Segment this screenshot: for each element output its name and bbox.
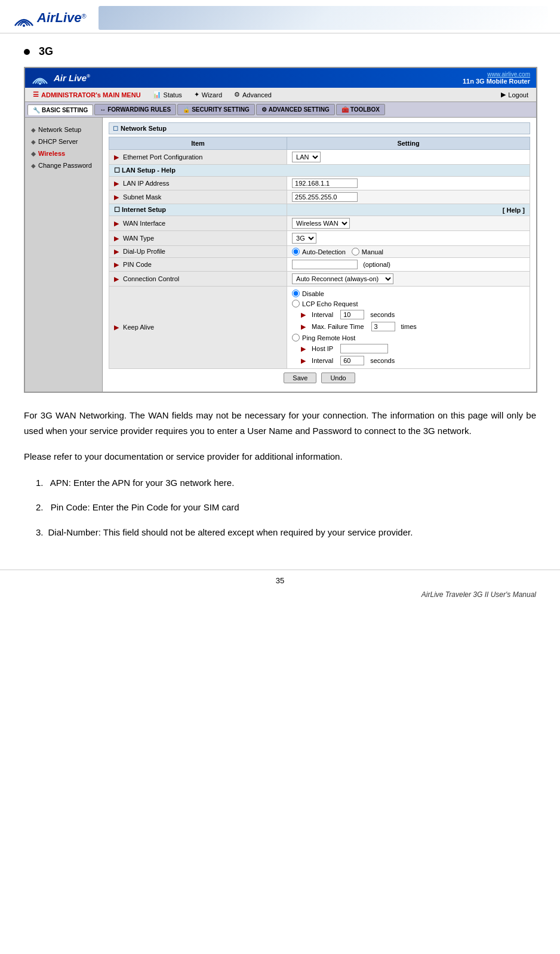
sidebar-item-dhcp-server[interactable]: ◆ DHCP Server — [30, 136, 97, 147]
nav-advanced[interactable]: ⚙ Advanced — [231, 90, 275, 100]
router-logo-area: Air Live® — [31, 70, 90, 85]
row-label-subnet: ▶ Subnet Mask — [109, 190, 287, 204]
page-header: AirLive® — [0, 0, 560, 33]
arrow-icon-dialup: ▶ — [114, 248, 119, 255]
pin-code-input[interactable] — [292, 260, 358, 269]
radio-lcp[interactable]: LCP Echo Request — [292, 300, 358, 307]
host-interval-label: Interval — [312, 357, 333, 364]
nav-logout[interactable]: ▶ Logout — [498, 90, 531, 100]
radio-auto-label: Auto-Detection — [302, 248, 346, 256]
interval-input[interactable] — [340, 310, 364, 319]
arrow-icon-keep-alive: ▶ — [114, 324, 119, 331]
sidebar-label-dhcp: DHCP Server — [38, 138, 78, 145]
save-button[interactable]: Save — [284, 373, 316, 383]
arrow-host-ip: ▶ — [301, 345, 306, 353]
security-label: SECURITY SETTING — [192, 106, 250, 113]
eth-port-select[interactable]: LAN — [292, 152, 321, 162]
host-interval-input[interactable] — [340, 356, 364, 365]
nav-admin-menu[interactable]: ☰ ADMINISTRATOR's MAIN MENU — [30, 90, 144, 100]
row-value-wan-type: 3G — [287, 231, 530, 246]
logout-label: Logout — [508, 91, 528, 99]
keep-alive-disable-row: Disable — [292, 288, 525, 298]
page-number: 35 — [276, 576, 284, 585]
wizard-label: Wizard — [202, 91, 222, 99]
subsection-internet-help: [ Help ] — [287, 204, 530, 216]
host-interval-row: ▶ Interval seconds — [301, 355, 525, 367]
logo-air-text: Air — [37, 10, 56, 25]
router-top-bar: Air Live® www.airlive.com 11n 3G Mobile … — [25, 68, 536, 88]
radio-disable-input[interactable] — [292, 290, 300, 297]
menu-icon: ☰ — [33, 91, 39, 99]
undo-button[interactable]: Undo — [321, 373, 355, 383]
radio-ping-input[interactable] — [292, 334, 300, 341]
security-icon: 🔒 — [183, 106, 190, 113]
toolbox-icon: 🧰 — [341, 106, 349, 113]
lan-ip-input[interactable] — [292, 179, 358, 188]
radio-auto-input[interactable] — [292, 248, 300, 256]
row-label-wan-interface: ▶ WAN Interface — [109, 216, 287, 231]
table-row: ▶ Connection Control Auto Reconnect (alw… — [109, 272, 530, 287]
pin-optional-label: (optional) — [363, 261, 390, 268]
subnav-toolbox[interactable]: 🧰 TOOLBOX — [336, 104, 385, 115]
row-value-wan-interface: Wireless WAN — [287, 216, 530, 231]
logo-area: AirLive® — [12, 8, 87, 29]
radio-auto-detection[interactable]: Auto-Detection — [292, 248, 346, 256]
sidebar-dot-2: ◆ — [31, 139, 36, 145]
interval-label: Interval — [312, 311, 333, 318]
help-link[interactable]: [ Help ] — [503, 207, 525, 214]
numbered-list: 1. APN: Enter the APN for your 3G networ… — [36, 475, 536, 540]
forwarding-label: FORWARDING RULES — [107, 106, 171, 113]
interval-unit: seconds — [370, 311, 395, 318]
router-ui-screenshot: Air Live® www.airlive.com 11n 3G Mobile … — [24, 67, 537, 393]
radio-ping[interactable]: Ping Remote Host — [292, 334, 355, 341]
row-value-keep-alive: Disable LCP Echo Request — [287, 287, 530, 369]
router-logo-icon — [31, 70, 49, 85]
max-fail-input[interactable] — [371, 322, 395, 331]
arrow-icon-eth: ▶ — [114, 153, 119, 161]
list-text-1: APN: Enter the APN for your 3G network h… — [50, 478, 234, 488]
list-item-2: 2. Pin Code: Enter the Pin Code for your… — [36, 500, 536, 515]
row-value-eth: LAN — [287, 150, 530, 165]
subnav-basic-setting[interactable]: 🔧 BASIC SETTING — [27, 104, 93, 115]
wan-interface-select[interactable]: Wireless WAN — [292, 218, 350, 229]
radio-manual-label: Manual — [362, 248, 383, 256]
subnet-mask-input[interactable] — [292, 192, 358, 202]
subnav-advanced-setting[interactable]: ⚙ ADVANCED SETTING — [256, 104, 335, 115]
sidebar-item-change-password[interactable]: ◆ Change Password — [30, 159, 97, 171]
row-value-lan-ip — [287, 177, 530, 190]
radio-disable[interactable]: Disable — [292, 290, 324, 297]
connection-control-select[interactable]: Auto Reconnect (always-on) — [292, 273, 393, 284]
ping-label: Ping Remote Host — [302, 334, 355, 341]
radio-manual-input[interactable] — [352, 248, 359, 256]
admin-menu-label: ADMINISTRATOR's MAIN MENU — [41, 91, 141, 99]
subnav-forwarding-rules[interactable]: ↔ FORWARDING RULES — [94, 104, 176, 115]
max-fail-row: ▶ Max. Failure Time times — [301, 321, 525, 333]
arrow-icon-wan-interface: ▶ — [114, 220, 119, 227]
sidebar-item-network-setup[interactable]: ◆ Network Setup — [30, 124, 97, 136]
description-area: For 3G WAN Networking. The WAN fields ma… — [24, 408, 536, 540]
logo-reg: ® — [82, 13, 87, 20]
router-website: www.airlive.com — [463, 71, 530, 78]
router-logo-text: Air Live® — [54, 73, 90, 83]
keep-alive-sub-ping: ▶ Host IP ▶ Interval sec — [292, 343, 525, 367]
subnav-security-setting[interactable]: 🔒 SECURITY SETTING — [177, 104, 255, 115]
bullet-section: 3G — [24, 45, 536, 58]
radio-lcp-input[interactable] — [292, 300, 300, 307]
row-value-dialup: Auto-Detection Manual — [287, 246, 530, 258]
radio-manual[interactable]: Manual — [352, 248, 383, 256]
sidebar-item-wireless[interactable]: ◆ Wireless — [30, 147, 97, 159]
table-row: ▶ WAN Type 3G — [109, 231, 530, 246]
airlive-logo-icon — [12, 8, 36, 29]
nav-status[interactable]: 📊 Status — [150, 90, 185, 100]
table-row: ▶ LAN IP Address — [109, 177, 530, 190]
host-ip-input[interactable] — [340, 344, 388, 353]
router-subnav: 🔧 BASIC SETTING ↔ FORWARDING RULES 🔒 SEC… — [25, 102, 536, 118]
keep-alive-section: Disable LCP Echo Request — [292, 288, 525, 367]
nav-wizard[interactable]: ✦ Wizard — [191, 90, 225, 100]
subsection-lan-icon: ☐ — [114, 167, 120, 174]
row-label-eth: ▶ Ethernet Port Configuration — [109, 150, 287, 165]
subsection-internet-icon: ☐ — [114, 206, 120, 213]
wan-type-select[interactable]: 3G — [292, 233, 316, 244]
router-main-panel: ☐ Network Setup Item Setting — [103, 118, 536, 392]
footer: 35 — [0, 570, 560, 588]
